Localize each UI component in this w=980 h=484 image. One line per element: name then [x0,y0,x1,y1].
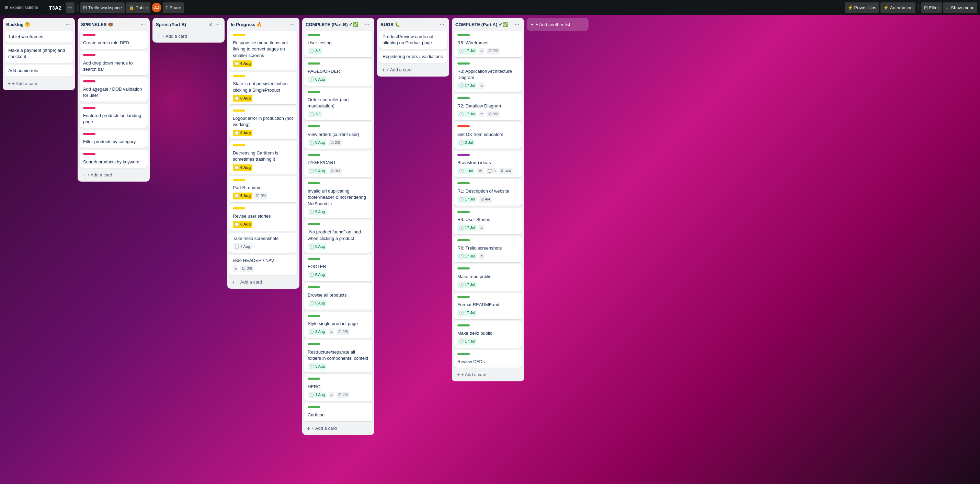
card[interactable]: Add drop down menus to search bar [80,51,148,75]
star-button[interactable]: ☆ [65,2,75,13]
card-label [83,107,95,109]
card[interactable]: Make a payment (stripe) and checkout [5,44,73,62]
card[interactable]: View orders (current user)🕐 5 Aug☑ 2/2 [304,122,372,149]
due-badge: 🕐 6 Aug [233,60,252,67]
card[interactable]: Get OK from educators🕐 2 Jul [454,122,522,149]
column-menu-button[interactable]: ··· [364,21,371,28]
card[interactable]: Restructure/separate all folders in comp… [304,340,372,373]
column-sprint-b: Sprint (Part B)☑···+ + Add a card [153,18,224,43]
add-card-button[interactable]: + + Add a card [154,31,223,41]
card[interactable]: redo HEADER / NAV≡☑ 0/6 [229,255,298,275]
plus-icon: + [457,372,460,378]
card[interactable]: Tablet wireframes [5,31,73,43]
column-title: In Progress 🔥 [231,22,287,27]
due-badge: 🕐 6 Aug [233,192,252,199]
add-card-button[interactable]: + + Add a card [80,170,148,180]
column-menu-button[interactable]: ··· [64,21,72,28]
card[interactable]: Part B readme🕐 6 Aug☑ 0/4 [229,176,298,202]
column-bugs: BUGS 🐛···ProductPreview cards not aligni… [377,18,449,76]
card[interactable]: R5: Wireframes🕐 17 Jul≡☑ 2/2 [454,31,522,57]
card[interactable]: ProductPreview cards not aligning on Pro… [379,31,447,49]
card[interactable]: Responsive menu items not linking to cor… [229,31,298,70]
show-menu-btn[interactable]: ··· Show menu [943,2,978,13]
card[interactable]: Add admin role [5,65,73,76]
card[interactable]: Format README.md🕐 17 Jul [454,293,522,319]
board-scroll-area[interactable]: Backlog 🤔···Tablet wireframesMake a paym… [0,15,980,484]
desc-icon: ≡ [234,266,237,271]
add-list-button[interactable]: ++ Add another list [527,18,589,31]
checklist-badge: ☑ 4/4 [499,168,512,175]
column-menu-button[interactable]: ··· [513,21,520,28]
filter-btn[interactable]: ⊟ Filter [921,2,942,13]
card[interactable]: R4: User Stories🕐 17 Jul≡ [454,208,522,234]
card[interactable]: Review DFDs [454,350,522,368]
desc-icon: ≡ [480,254,482,259]
column-body: R5: Wireframes🕐 17 Jul≡☑ 2/2R3: Applicat… [452,30,524,381]
card-label [83,34,95,36]
add-card-button[interactable]: + + Add a card [454,370,522,380]
card[interactable]: Registering errors / valdiations [379,51,447,62]
card[interactable]: HERO🕐 1 Aug≡☑ 4/4 [304,375,372,401]
card[interactable]: Style single product page🕐 3 Aug≡☑ 0/3 [304,312,372,338]
column-body: Responsive menu items not linking to cor… [228,30,299,289]
card[interactable]: Revise user stories🕐 6 Aug [229,204,298,231]
sidebar-toggle-btn[interactable]: ⊞ Expand sidebar [3,4,40,11]
card-title: redo HEADER / NAV [233,257,294,263]
card-title: FOOTER [308,263,369,270]
card[interactable]: Decreasing CartItem is sometimes trashin… [229,141,298,174]
card[interactable]: Logout error in production (not working)… [229,106,298,139]
card[interactable]: Filter products by category [80,130,148,148]
card[interactable]: Featured products on landing page [80,104,148,128]
card[interactable]: Add agegate / DOB validation for user [80,77,148,102]
card-badges: 🕐 1 Aug≡☑ 4/4 [308,392,369,398]
clock-icon: 🕐 [309,364,314,369]
card[interactable]: Invalid url duplicating footer/header & … [304,179,372,218]
power-ups-btn[interactable]: ⚡ Power-Ups [845,2,879,13]
card-badges: 🕐 3 Aug≡☑ 0/3 [308,328,369,335]
automation-btn[interactable]: ⚡ Automation [880,2,915,13]
workspace-icon: ⊞ [83,5,87,10]
card[interactable]: User testing🕐 3/3 [304,31,372,57]
card[interactable]: Search products by keyword [80,150,148,168]
column-menu-button[interactable]: ··· [439,21,446,28]
card[interactable]: Brainstorm ideas🕐 1 Jul👁💬 6☑ 4/4 [454,151,522,177]
card[interactable]: Take trello screenshots🕐 7 Aug [229,233,298,253]
card[interactable]: Order controller (cart manipulation)🕐 3/… [304,88,372,121]
card-title: Featured products on landing page [83,113,144,125]
card[interactable]: Make trello public🕐 17 Jul [454,321,522,348]
clock-icon: 🕐 [459,140,464,145]
card[interactable]: PAGES/CART🕐 5 Aug☑ 3/3 [304,151,372,177]
card-title: Tablet wireframes [8,33,69,40]
card[interactable]: "No product found" on load when clicking… [304,220,372,252]
card[interactable]: State is not persistent when clicking a … [229,72,298,104]
column-menu-button[interactable]: ··· [139,21,146,28]
add-card-button[interactable]: + + Add a card [379,65,447,75]
card-title: Filter products by category [83,139,144,145]
filter-icon: ⊟ [924,5,928,10]
share-btn[interactable]: ⤴ Share [163,2,184,13]
add-card-button[interactable]: + + Add a card [229,277,298,287]
column-menu-button[interactable]: ··· [214,21,221,28]
card[interactable]: R6: Trello screenshots🕐 17 Jul≡ [454,236,522,263]
card[interactable]: R3: Application Architecture Diagram🕐 17… [454,59,522,92]
clock-icon: 🕐 [309,392,314,397]
card-label [457,125,470,127]
avatar[interactable]: AJ [152,3,161,13]
card[interactable]: PAGES/ORDER🕐 6 Aug [304,59,372,86]
card[interactable]: R2: Dataflow Diagram🕐 17 Jul≡☑ 0/2 [454,94,522,121]
trello-workspace-btn[interactable]: ⊞ Trello workspace [80,2,125,13]
visibility-btn[interactable]: 🔒 Public [126,2,150,13]
card[interactable]: Browse all products🕐 5 Aug [304,283,372,309]
add-card-button[interactable]: + + Add a card [304,423,372,433]
card[interactable]: Create admin role DFD [80,31,148,49]
card[interactable]: R1: Description of website🕐 17 Jul☑ 4/4 [454,179,522,206]
card[interactable]: Make repo public🕐 17 Jul [454,264,522,291]
board-title[interactable]: T3A2 [46,3,64,12]
column-menu-button[interactable]: ··· [289,21,296,28]
add-card-button[interactable]: + + Add a card [5,79,73,89]
column-title: COMPLETE (Part B) ✓✅ [305,22,362,27]
checklist-badge: ☑ 0/3 [337,328,350,335]
card[interactable]: FOOTER🕐 5 Aug [304,255,372,281]
card[interactable]: CartIcon [304,403,372,421]
card-title: Browse all products [308,292,369,298]
